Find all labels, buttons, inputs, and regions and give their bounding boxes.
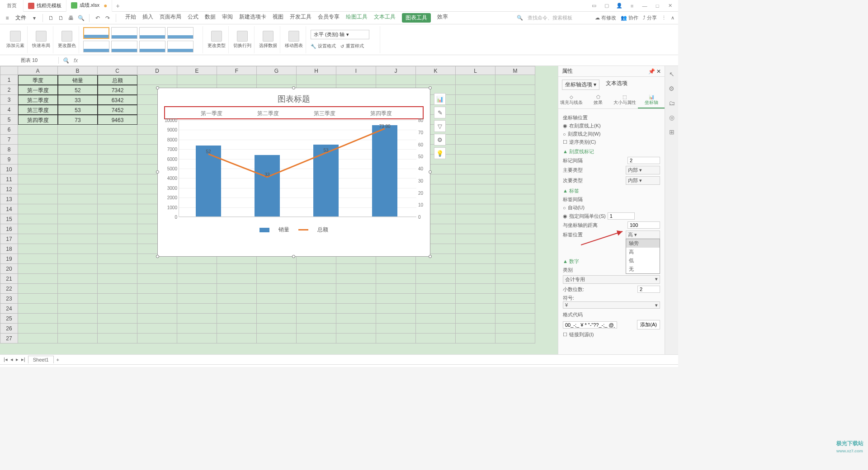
cell[interactable] bbox=[18, 304, 58, 314]
cell[interactable] bbox=[336, 324, 376, 334]
style-thumb[interactable] bbox=[83, 41, 109, 52]
cell[interactable] bbox=[495, 314, 535, 324]
row-header[interactable]: 23 bbox=[0, 294, 18, 304]
cell[interactable] bbox=[58, 294, 98, 304]
move-chart-group[interactable]: 移动图表 bbox=[282, 26, 306, 53]
cell[interactable] bbox=[98, 164, 137, 174]
chart-legend[interactable]: 销量 总额 bbox=[158, 226, 430, 234]
cell[interactable] bbox=[456, 284, 495, 294]
cell[interactable] bbox=[495, 334, 535, 343]
cell[interactable] bbox=[456, 304, 495, 314]
cell[interactable] bbox=[456, 174, 495, 184]
cell[interactable] bbox=[495, 204, 535, 214]
cell[interactable]: 总额 bbox=[98, 75, 137, 85]
row-header[interactable]: 12 bbox=[0, 184, 18, 194]
cell[interactable]: 第三季度 bbox=[18, 105, 58, 115]
decimals-input[interactable] bbox=[637, 286, 660, 293]
axis-options-tab[interactable]: 坐标轴选项 ▾ bbox=[562, 80, 599, 90]
cell[interactable] bbox=[376, 284, 416, 294]
checkbox-reverse[interactable]: ☐逆序类别(C) bbox=[563, 139, 660, 146]
cell[interactable] bbox=[456, 244, 495, 254]
row-header[interactable]: 22 bbox=[0, 284, 18, 294]
cell[interactable] bbox=[336, 75, 376, 85]
cell[interactable] bbox=[58, 324, 98, 334]
add-element-group[interactable]: 添加元素 bbox=[4, 26, 28, 53]
opt-size[interactable]: ⬚大小与属性 bbox=[612, 93, 638, 108]
cell[interactable] bbox=[336, 334, 376, 343]
cell[interactable] bbox=[58, 284, 98, 294]
col-header[interactable]: F bbox=[217, 66, 257, 75]
cell[interactable] bbox=[495, 214, 535, 224]
layout-icon[interactable]: ▭ bbox=[590, 1, 599, 10]
tool-icon[interactable]: ◎ bbox=[667, 113, 676, 122]
cell[interactable] bbox=[58, 135, 98, 145]
row-header[interactable]: 5 bbox=[0, 115, 18, 125]
row-header[interactable]: 2 bbox=[0, 85, 18, 95]
cell[interactable] bbox=[495, 224, 535, 234]
cell[interactable] bbox=[137, 274, 177, 284]
cell[interactable]: 第四季度 bbox=[18, 115, 58, 125]
dropdown-option[interactable]: 无 bbox=[626, 265, 660, 273]
cell[interactable] bbox=[336, 284, 376, 294]
cell[interactable] bbox=[18, 164, 58, 174]
symbol-select[interactable]: ¥ ▾ bbox=[563, 301, 660, 309]
cell[interactable] bbox=[416, 304, 456, 314]
cell[interactable] bbox=[18, 254, 58, 264]
cell[interactable] bbox=[137, 284, 177, 294]
cell[interactable]: 33 bbox=[58, 95, 98, 105]
col-header[interactable]: I bbox=[336, 66, 376, 75]
cell[interactable] bbox=[58, 234, 98, 244]
cell[interactable] bbox=[297, 264, 336, 274]
menu-icon[interactable]: ≡ bbox=[627, 1, 637, 10]
cell[interactable] bbox=[58, 204, 98, 214]
cell[interactable] bbox=[18, 234, 58, 244]
cell[interactable] bbox=[217, 314, 257, 324]
tab-template[interactable]: 找稻壳模板 bbox=[24, 0, 66, 12]
cell[interactable] bbox=[495, 155, 535, 164]
cell[interactable] bbox=[18, 274, 58, 284]
col-header[interactable]: D bbox=[137, 66, 177, 75]
cell[interactable] bbox=[98, 145, 137, 155]
label-pos-select[interactable]: 高 ▾ bbox=[626, 230, 660, 239]
style-thumb[interactable] bbox=[139, 27, 165, 39]
cell[interactable] bbox=[495, 174, 535, 184]
cell[interactable] bbox=[177, 334, 217, 343]
cell[interactable] bbox=[257, 284, 297, 294]
cell[interactable] bbox=[18, 194, 58, 204]
major-type-select[interactable]: 内部 ▾ bbox=[626, 166, 660, 174]
cell[interactable] bbox=[376, 294, 416, 304]
cell[interactable] bbox=[376, 324, 416, 334]
reset-style-button[interactable]: ↺ 重置样式 bbox=[340, 43, 364, 49]
col-header[interactable]: G bbox=[257, 66, 297, 75]
tab-chart-tools[interactable]: 图表工具 bbox=[402, 13, 431, 23]
view-icon[interactable]: ⊞ bbox=[586, 367, 590, 367]
zoom-level[interactable]: 160% bbox=[618, 367, 631, 367]
settings-icon[interactable]: ⚙ bbox=[667, 84, 676, 93]
cell[interactable] bbox=[18, 184, 58, 194]
changes-button[interactable]: ☁ 有修改 bbox=[595, 14, 616, 21]
cell[interactable] bbox=[336, 274, 376, 284]
cell[interactable] bbox=[137, 324, 177, 334]
cell[interactable] bbox=[98, 244, 137, 254]
cell[interactable] bbox=[98, 135, 137, 145]
radio-specify[interactable]: ◉指定间隔单位(S) bbox=[563, 212, 660, 220]
cell[interactable] bbox=[58, 334, 98, 343]
cell[interactable] bbox=[217, 264, 257, 274]
cell[interactable] bbox=[58, 274, 98, 284]
cell[interactable]: 6342 bbox=[98, 95, 137, 105]
cell[interactable]: 7342 bbox=[98, 85, 137, 95]
cell[interactable] bbox=[456, 334, 495, 343]
cell[interactable] bbox=[98, 314, 137, 324]
cell[interactable] bbox=[18, 135, 58, 145]
cell[interactable] bbox=[257, 264, 297, 274]
avatar-icon[interactable]: 👤 bbox=[615, 1, 624, 10]
cell[interactable] bbox=[58, 145, 98, 155]
specify-input[interactable] bbox=[608, 212, 635, 220]
row-header[interactable]: 26 bbox=[0, 324, 18, 334]
name-box[interactable]: 图表 10 bbox=[0, 57, 59, 64]
select-data-group[interactable]: 选择数据 bbox=[256, 26, 280, 53]
cell[interactable] bbox=[495, 304, 535, 314]
cell[interactable] bbox=[456, 204, 495, 214]
cell[interactable] bbox=[98, 155, 137, 164]
cell[interactable]: 73 bbox=[58, 115, 98, 125]
